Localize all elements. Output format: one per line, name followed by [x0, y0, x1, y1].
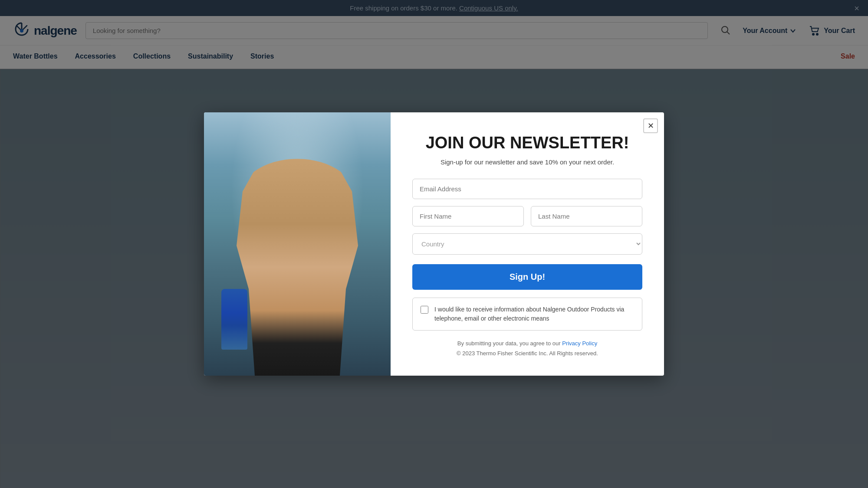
- footer-prefix-text: By submitting your data, you agree to ou…: [457, 340, 562, 347]
- modal-footer: By submitting your data, you agree to ou…: [412, 338, 642, 359]
- country-select[interactable]: Country United States Canada United King…: [412, 233, 642, 255]
- modal-subtitle: Sign-up for our newsletter and save 10% …: [412, 158, 642, 166]
- modal-close-button[interactable]: ✕: [643, 118, 658, 133]
- email-field-group: [412, 179, 642, 199]
- country-field-group: Country United States Canada United King…: [412, 233, 642, 255]
- signup-button[interactable]: Sign Up!: [412, 264, 642, 290]
- privacy-policy-link[interactable]: Privacy Policy: [562, 340, 597, 347]
- last-name-input[interactable]: [531, 206, 642, 226]
- name-fields-row: [412, 206, 642, 226]
- consent-text: I would like to receive information abou…: [434, 305, 634, 323]
- consent-box: I would like to receive information abou…: [412, 298, 642, 331]
- first-name-input[interactable]: [412, 206, 524, 226]
- person-silhouette: [237, 159, 358, 376]
- newsletter-modal: ✕ JOIN OUR NEWSLETTER! Sign-up for our n…: [204, 112, 664, 376]
- close-icon: ✕: [648, 121, 654, 131]
- modal-form-panel: ✕ JOIN OUR NEWSLETTER! Sign-up for our n…: [391, 112, 664, 376]
- email-input[interactable]: [412, 179, 642, 199]
- modal-title: JOIN OUR NEWSLETTER!: [412, 134, 642, 152]
- modal-overlay: ✕ JOIN OUR NEWSLETTER! Sign-up for our n…: [0, 0, 868, 488]
- consent-checkbox[interactable]: [421, 306, 428, 314]
- modal-image-panel: [204, 112, 391, 376]
- nalgene-bottle-image: [221, 289, 247, 350]
- copyright-text: © 2023 Thermo Fisher Scientific Inc. All…: [457, 350, 598, 357]
